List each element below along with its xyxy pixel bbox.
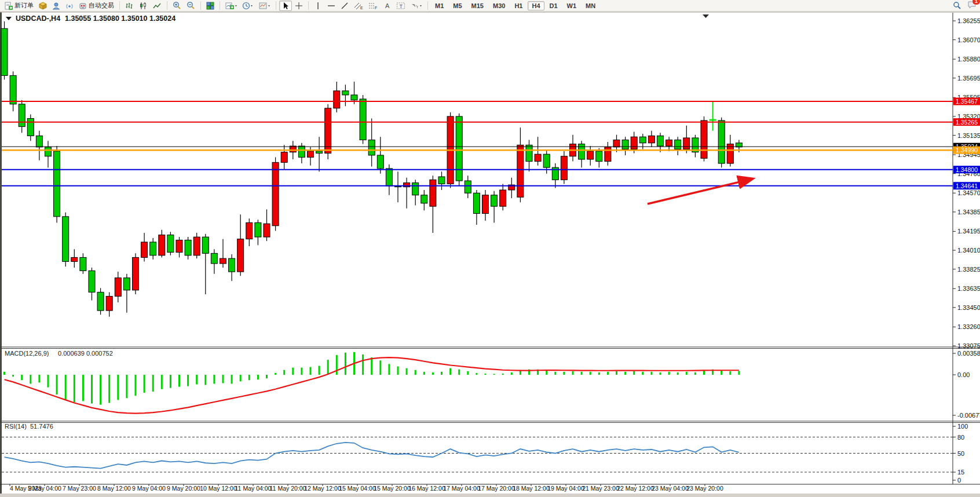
- cursor-button[interactable]: [279, 1, 292, 11]
- fibonacci-button[interactable]: F: [366, 1, 380, 11]
- bar-chart-icon: [125, 2, 134, 10]
- candle-body: [368, 140, 375, 155]
- text-label-button[interactable]: T: [394, 1, 408, 11]
- search-button[interactable]: [950, 1, 964, 11]
- signals-button[interactable]: [63, 1, 76, 11]
- hline-price-label: 1.34990: [956, 147, 978, 154]
- tile-windows-button[interactable]: [204, 1, 217, 11]
- candle-body: [587, 151, 594, 159]
- toolbar: 新订单 自动交易: [0, 0, 980, 12]
- candle-body: [123, 278, 130, 290]
- zoom-out-button[interactable]: [184, 1, 198, 11]
- price-tick-label: 1.35135: [957, 132, 980, 139]
- trendline-button[interactable]: [338, 1, 351, 11]
- search-icon: [953, 1, 961, 10]
- timeframe-button-d1[interactable]: D1: [546, 1, 562, 10]
- auto-trading-label: 自动交易: [89, 1, 114, 10]
- text-button[interactable]: A: [381, 1, 393, 11]
- candle-body: [561, 156, 567, 180]
- date-label: 23 May 20:00: [686, 485, 723, 492]
- new-order-label: 新订单: [14, 1, 34, 10]
- arrows-button[interactable]: [408, 1, 425, 11]
- new-order-button[interactable]: 新订单: [2, 1, 36, 11]
- price-tick-label: 1.33635: [957, 285, 980, 292]
- candle-body: [255, 222, 261, 237]
- candle-body: [438, 177, 445, 184]
- arrows-icon: [411, 2, 422, 10]
- hline-price-label: 1.35265: [956, 119, 978, 126]
- candle-body: [19, 104, 25, 127]
- date-label: 15 May 04:00: [339, 485, 376, 492]
- new-chart-button[interactable]: [223, 1, 239, 11]
- svg-text:F: F: [375, 6, 377, 10]
- candle-body: [220, 258, 226, 264]
- timeframe-button-m1[interactable]: M1: [431, 1, 448, 10]
- vertical-line-button[interactable]: [312, 1, 324, 11]
- candle-body: [473, 193, 480, 213]
- price-tick-label: 1.36255: [957, 17, 980, 24]
- toolbar-separator: [119, 1, 120, 10]
- candle-body: [500, 190, 506, 206]
- candle-body: [710, 119, 716, 120]
- date-label: 19 May 04:00: [547, 485, 584, 492]
- price-tick-label: 1.36070: [957, 36, 980, 43]
- candle-body: [360, 99, 366, 140]
- candle-body: [622, 140, 628, 149]
- rsi-value: 51.7476: [30, 423, 53, 430]
- candle-body: [639, 137, 646, 143]
- timeframe-button-h1[interactable]: H1: [510, 1, 526, 10]
- market-cube-icon: [39, 2, 47, 10]
- equidistant-channel-button[interactable]: E: [352, 1, 365, 11]
- candle-body: [63, 217, 69, 262]
- hline-price-label: 1.34641: [956, 182, 978, 189]
- new-order-icon: [5, 2, 13, 10]
- candle-body: [264, 224, 270, 237]
- candle-body: [159, 235, 165, 255]
- timeframe-button-w1[interactable]: W1: [563, 1, 581, 10]
- candle-body: [89, 271, 95, 292]
- community-button[interactable]: [50, 1, 63, 11]
- date-label: 9 May 20:00: [167, 485, 200, 492]
- candle-body: [45, 147, 52, 156]
- candle-body: [648, 136, 654, 142]
- periods-button[interactable]: [240, 1, 256, 11]
- rsi-label: RSI(14): [5, 423, 27, 430]
- chart-title: USDCAD-,H4: [16, 14, 60, 23]
- timeframe-button-h4[interactable]: H4: [528, 1, 544, 10]
- market-button[interactable]: [36, 1, 49, 11]
- date-label: 21 May 23:00: [582, 485, 619, 492]
- rsi-tick-label: 100: [957, 423, 968, 430]
- horizontal-line-icon: [327, 2, 335, 10]
- chart-canvas[interactable]: 1.362551.360701.358801.356951.355051.353…: [0, 0, 980, 497]
- horizontal-line-button[interactable]: [325, 1, 338, 11]
- date-label: 9 May 04:00: [132, 485, 166, 492]
- line-chart-button[interactable]: [151, 1, 164, 11]
- candle-body: [54, 151, 60, 217]
- crosshair-button[interactable]: [292, 1, 305, 11]
- candle-body: [290, 146, 296, 152]
- notifications-button[interactable]: 1: [967, 1, 977, 10]
- bar-chart-button[interactable]: [123, 1, 136, 11]
- templates-button[interactable]: [257, 1, 273, 11]
- candle-body: [211, 253, 217, 264]
- price-tick-label: 1.33075: [957, 342, 980, 349]
- zoom-out-icon: [187, 1, 195, 10]
- timeframe-button-mn[interactable]: MN: [582, 1, 599, 10]
- date-label: 11 May 20:00: [270, 485, 306, 492]
- timeframe-button-m5[interactable]: M5: [449, 1, 466, 10]
- auto-trading-button[interactable]: 自动交易: [76, 1, 116, 11]
- candle-body: [421, 195, 427, 203]
- candlestick-chart-button[interactable]: [137, 1, 150, 11]
- candle-body: [456, 116, 462, 181]
- date-label: 22 May 12:00: [617, 485, 654, 492]
- price-tick-label: 1.35695: [957, 75, 980, 82]
- toolbar-separator: [276, 1, 276, 10]
- zoom-in-button[interactable]: [170, 1, 184, 11]
- price-tick-label: 1.33450: [957, 304, 980, 311]
- candle-body: [1, 28, 8, 75]
- macd-tick-label: 0.003581: [957, 350, 980, 357]
- candle-body: [27, 118, 34, 136]
- candle-body: [106, 296, 112, 310]
- timeframe-button-m15[interactable]: M15: [467, 1, 488, 10]
- timeframe-button-m30[interactable]: M30: [489, 1, 509, 10]
